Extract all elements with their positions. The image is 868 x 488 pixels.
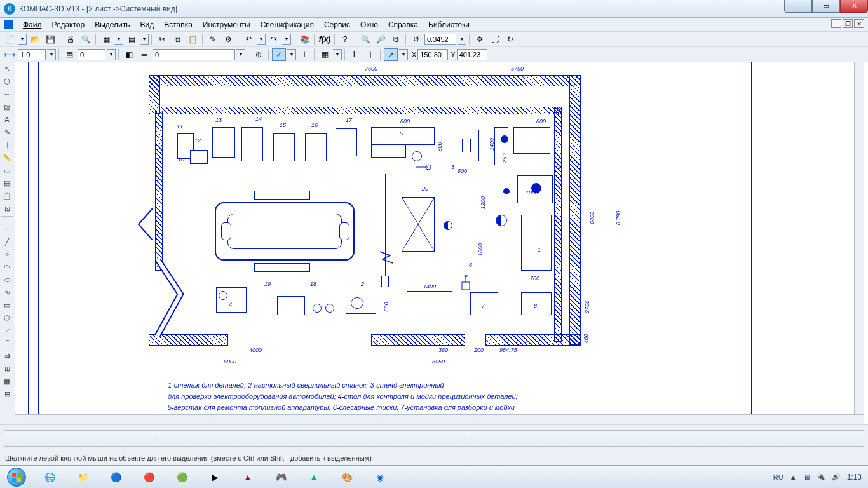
doc-close[interactable]: ✕ xyxy=(854,19,864,28)
line-icon[interactable]: ╱ xyxy=(0,235,14,248)
snap-icon[interactable]: ⊕ xyxy=(252,48,266,61)
preview-icon[interactable]: 🔍 xyxy=(79,33,93,46)
paste-icon[interactable]: 📋 xyxy=(186,33,200,46)
spec-icon[interactable]: ▦ xyxy=(99,33,113,46)
offset-icon[interactable]: ⇉ xyxy=(0,349,14,362)
task-autodesk-icon[interactable]: ▲ xyxy=(298,468,330,487)
color-icon[interactable]: ◧ xyxy=(122,48,136,61)
menu-file[interactable]: Файл xyxy=(18,18,47,31)
task-game-icon[interactable]: 🎮 xyxy=(265,468,297,487)
cut-icon[interactable]: ✂ xyxy=(155,33,169,46)
vertical-scrollbar[interactable] xyxy=(854,62,864,414)
layer-icon[interactable]: ▤ xyxy=(62,48,76,61)
new-icon[interactable]: 📄 xyxy=(3,33,17,46)
redo-icon[interactable]: ↷ xyxy=(267,33,281,46)
help-icon[interactable]: ? xyxy=(338,33,352,46)
zoom-in-icon[interactable]: 🔍 xyxy=(358,33,372,46)
linestyle-icon[interactable]: ═ xyxy=(137,48,151,61)
task-opera-icon[interactable]: 🔴 xyxy=(133,468,165,487)
ortho-icon[interactable]: ⊥ xyxy=(297,48,311,61)
param-tools-icon[interactable]: ⟊ xyxy=(0,139,14,151)
minimize-button[interactable]: _ xyxy=(784,0,812,13)
dims-icon[interactable]: ↔ xyxy=(0,88,14,100)
select-icon[interactable]: ▭ xyxy=(0,164,14,177)
geometry-icon[interactable]: ⬡ xyxy=(0,75,14,88)
close-button[interactable]: ✕ xyxy=(840,0,868,13)
start-button[interactable] xyxy=(0,466,33,489)
property-panel[interactable] xyxy=(4,430,864,447)
doc-minimize[interactable]: _ xyxy=(831,19,841,28)
horizontal-scrollbar[interactable] xyxy=(15,414,864,424)
x-coord-input[interactable] xyxy=(417,49,448,60)
library-icon[interactable]: 📚 xyxy=(297,33,311,46)
copy-icon[interactable]: ⧉ xyxy=(170,33,184,46)
dimension-icon[interactable]: ⟼ xyxy=(3,48,17,61)
point-icon[interactable]: · xyxy=(0,222,14,235)
edit-icon[interactable]: ✎ xyxy=(0,126,14,139)
snap-enable-icon[interactable]: ✓ xyxy=(272,48,286,61)
circle-icon[interactable]: ○ xyxy=(0,248,14,261)
menu-service[interactable]: Сервис xyxy=(319,18,355,31)
spec-tools-icon[interactable]: ▤ xyxy=(0,177,14,189)
menu-select[interactable]: Выделить xyxy=(90,18,135,31)
tray-volume-icon[interactable]: 🔊 xyxy=(832,473,841,481)
polygon-icon[interactable]: ⬠ xyxy=(0,311,14,324)
doc-restore[interactable]: ❐ xyxy=(843,19,853,28)
report-icon[interactable]: 📋 xyxy=(0,189,14,202)
ellipse-icon[interactable]: ⬭ xyxy=(0,273,14,286)
rect-icon[interactable]: ▭ xyxy=(0,299,14,311)
save-icon[interactable]: 💾 xyxy=(43,33,57,46)
task-acrobat-icon[interactable]: ▲ xyxy=(232,468,264,487)
zoom-out-icon[interactable]: 🔎 xyxy=(374,33,388,46)
menu-editor[interactable]: Редактор xyxy=(47,18,90,31)
menu-spec[interactable]: Спецификация xyxy=(255,18,319,31)
y-coord-input[interactable] xyxy=(457,49,487,60)
task-explorer-icon[interactable]: 📁 xyxy=(67,468,98,487)
zoom-fit-icon[interactable]: ⛶ xyxy=(488,33,502,46)
props-icon[interactable]: ⚙ xyxy=(221,33,235,46)
coord-icon[interactable]: ⟊ xyxy=(363,48,377,61)
menu-window[interactable]: Окно xyxy=(355,18,383,31)
doc-system-icon[interactable] xyxy=(4,20,13,29)
task-kompas-icon[interactable]: ◉ xyxy=(364,468,396,487)
pointer-icon[interactable]: ↖ xyxy=(0,62,14,75)
hatch-cmd-icon[interactable]: ▦ xyxy=(0,375,14,388)
copy-props-icon[interactable]: ✎ xyxy=(206,33,220,46)
task-ie-icon[interactable]: 🌐 xyxy=(34,468,65,487)
zoom-window-icon[interactable]: ⧉ xyxy=(389,33,403,46)
grid-icon[interactable]: ▦ xyxy=(318,48,332,61)
menu-help[interactable]: Справка xyxy=(383,18,423,31)
print-icon[interactable]: 🖨 xyxy=(64,33,78,46)
task-chrome-icon[interactable]: 🔵 xyxy=(100,468,132,487)
tray-clock[interactable]: 1:13 xyxy=(847,473,862,482)
task-paint-icon[interactable]: 🎨 xyxy=(331,468,363,487)
layer-input[interactable] xyxy=(78,49,105,60)
zoom-value-input[interactable] xyxy=(424,34,456,45)
param-icon[interactable]: ↗ xyxy=(384,48,398,61)
lineweight-input[interactable] xyxy=(18,49,46,60)
menu-insert[interactable]: Вставка xyxy=(159,18,198,31)
undo-icon[interactable]: ↶ xyxy=(241,33,255,46)
lcs-icon[interactable]: L xyxy=(348,48,362,61)
insert-icon[interactable]: ⊡ xyxy=(0,202,14,215)
tray-flag-icon[interactable]: ▲ xyxy=(790,473,797,481)
style-input[interactable] xyxy=(153,49,235,60)
measure-icon[interactable]: 📏 xyxy=(0,151,14,164)
task-utorrent-icon[interactable]: 🟢 xyxy=(166,468,198,487)
redraw-icon[interactable]: ↻ xyxy=(503,33,517,46)
menu-view[interactable]: Вид xyxy=(135,18,159,31)
hatch-icon[interactable]: ▨ xyxy=(0,100,14,113)
chamfer-icon[interactable]: ⟋ xyxy=(0,324,14,337)
pan-icon[interactable]: ✥ xyxy=(473,33,487,46)
tray-network-icon[interactable]: 🖥 xyxy=(803,473,810,481)
canvas[interactable]: 11 12 13 14 15 16 17 5 xyxy=(15,62,868,424)
new-dropdown[interactable]: ▾ xyxy=(18,34,27,45)
tray-lang[interactable]: RU xyxy=(773,473,783,481)
menu-tools[interactable]: Инструменты xyxy=(198,18,255,31)
tray-power-icon[interactable]: 🔌 xyxy=(817,473,825,481)
variables-icon[interactable]: f(x) xyxy=(318,33,332,46)
open-icon[interactable]: 📂 xyxy=(28,33,42,46)
spline-icon[interactable]: ∿ xyxy=(0,286,14,299)
collect-icon[interactable]: ⊞ xyxy=(0,362,14,375)
menu-libraries[interactable]: Библиотеки xyxy=(423,18,475,31)
